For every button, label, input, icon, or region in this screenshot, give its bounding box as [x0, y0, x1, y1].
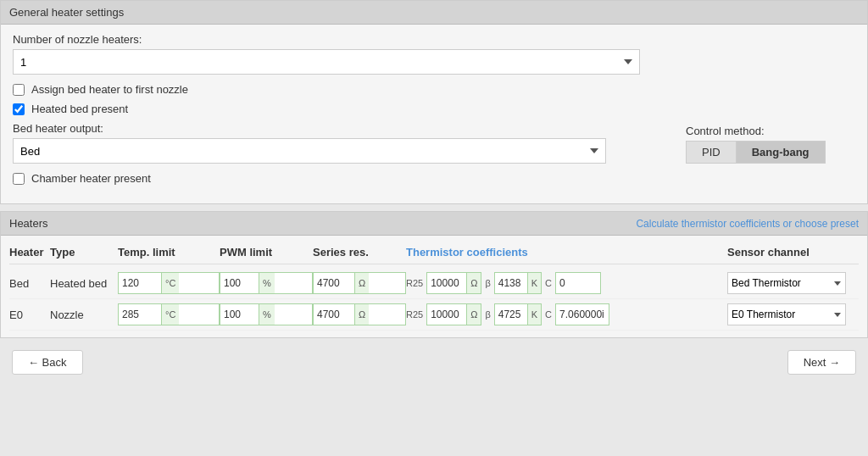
r25-unit-bed: Ω [466, 273, 481, 293]
control-method-label: Control method: [686, 125, 765, 137]
assign-bed-checkbox[interactable] [13, 84, 25, 96]
pwm-unit-bed: % [259, 273, 275, 293]
c-value-e0[interactable] [556, 307, 609, 322]
row-e0-thermistor: R25 Ω β K C [406, 303, 727, 325]
control-method-group: Control method: PID Bang-bang [686, 125, 855, 164]
bed-heater-select[interactable]: Bed E0 E1 [13, 138, 606, 164]
col-header-thermistor: Thermistor coefficients [406, 246, 727, 259]
temp-limit-input-e0[interactable]: °C [118, 303, 220, 325]
row-bed-temp: °C [118, 272, 220, 294]
row-bed-series: Ω [313, 272, 406, 294]
thermistor-group-bed: R25 Ω β K C [406, 272, 727, 294]
top-panel-header: General heater settings [1, 1, 867, 25]
r25-unit-e0: Ω [466, 304, 481, 325]
col-header-series: Series res. [313, 246, 406, 259]
row-bed-sensor: Bed Thermistor E0 Thermistor [727, 272, 859, 294]
nozzle-heaters-group: Number of nozzle heaters: 1 2 3 4 [13, 33, 855, 75]
heaters-panel-header: Heaters Calculate thermistor coefficient… [1, 212, 867, 236]
heated-bed-row: Heated bed present [13, 103, 855, 115]
thermistor-link[interactable]: Calculate thermistor coefficients or cho… [636, 218, 859, 230]
row-e0-type: Nozzle [50, 309, 118, 321]
temp-limit-value-bed[interactable] [119, 275, 161, 291]
table-header: Heater Type Temp. limit PWM limit Series… [9, 242, 859, 264]
row-e0-sensor: Bed Thermistor E0 Thermistor [727, 303, 859, 325]
bangbang-button[interactable]: Bang-bang [736, 141, 826, 164]
row-e0-heater: E0 [9, 309, 50, 321]
r25-input-e0[interactable]: Ω [426, 303, 481, 325]
pwm-limit-input-e0[interactable]: % [220, 303, 313, 325]
c-value-bed[interactable] [556, 275, 600, 291]
nozzle-heaters-select[interactable]: 1 2 3 4 [13, 49, 640, 75]
pwm-unit-e0: % [259, 304, 275, 325]
beta-unit-e0: K [527, 304, 541, 325]
c-input-e0[interactable] [555, 303, 609, 325]
row-bed-heater: Bed [9, 277, 50, 290]
col-header-heater: Heater [9, 246, 50, 259]
heaters-panel-title: Heaters [9, 217, 48, 230]
thermistor-group-e0: R25 Ω β K C [406, 303, 727, 325]
temp-unit-bed: °C [161, 273, 179, 293]
footer: ← Back Next → [0, 342, 868, 383]
col-header-pwm: PWM limit [220, 246, 313, 259]
series-unit-e0: Ω [354, 304, 369, 325]
pid-button[interactable]: PID [686, 141, 736, 164]
heated-bed-label: Heated bed present [31, 103, 128, 115]
temp-limit-value-e0[interactable] [119, 307, 161, 322]
top-panel: General heater settings Number of nozzle… [0, 0, 868, 204]
r25-value-bed[interactable] [427, 275, 466, 291]
chamber-heater-label: Chamber heater present [31, 172, 151, 185]
pwm-limit-value-bed[interactable] [220, 275, 259, 291]
series-unit-bed: Ω [354, 273, 369, 293]
table-row: Bed Heated bed °C % Ω [9, 268, 859, 299]
control-method-buttons: PID Bang-bang [686, 141, 826, 164]
series-value-e0[interactable] [314, 307, 354, 322]
r25-value-e0[interactable] [427, 307, 466, 322]
assign-bed-label: Assign bed heater to first nozzle [31, 83, 188, 96]
col-header-sensor: Sensor channel [727, 246, 859, 259]
beta-value-bed[interactable] [495, 275, 527, 291]
heaters-table: Heater Type Temp. limit PWM limit Series… [1, 236, 867, 337]
col-header-type: Type [50, 246, 118, 259]
bed-heater-output-row: Bed heater output: Bed E0 E1 Control met… [13, 122, 855, 164]
pwm-limit-value-e0[interactable] [220, 307, 259, 322]
chamber-heater-row: Chamber heater present [13, 172, 855, 185]
col-header-temp: Temp. limit [118, 246, 220, 259]
row-bed-thermistor: R25 Ω β K C [406, 272, 727, 294]
nozzle-heaters-label: Number of nozzle heaters: [13, 33, 855, 46]
temp-limit-input-bed[interactable]: °C [118, 272, 220, 294]
back-button[interactable]: ← Back [12, 350, 83, 375]
chamber-heater-checkbox[interactable] [13, 173, 25, 185]
beta-input-e0[interactable]: K [494, 303, 542, 325]
top-panel-title: General heater settings [9, 6, 124, 19]
c-input-bed[interactable] [555, 272, 601, 294]
row-e0-temp: °C [118, 303, 220, 325]
heated-bed-checkbox[interactable] [13, 103, 25, 115]
row-e0-pwm: % [220, 303, 313, 325]
table-row: E0 Nozzle °C % Ω [9, 299, 859, 331]
assign-bed-row: Assign bed heater to first nozzle [13, 83, 855, 96]
beta-unit-bed: K [527, 273, 541, 293]
series-input-e0[interactable]: Ω [313, 303, 406, 325]
next-button[interactable]: Next → [787, 350, 856, 375]
row-bed-pwm: % [220, 272, 313, 294]
row-e0-series: Ω [313, 303, 406, 325]
series-value-bed[interactable] [314, 275, 354, 291]
beta-input-bed[interactable]: K [494, 272, 542, 294]
bed-heater-output-label: Bed heater output: [13, 122, 669, 135]
series-input-bed[interactable]: Ω [313, 272, 406, 294]
heaters-panel: Heaters Calculate thermistor coefficient… [0, 211, 868, 338]
beta-value-e0[interactable] [495, 307, 527, 322]
sensor-select-bed[interactable]: Bed Thermistor E0 Thermistor [727, 272, 846, 294]
temp-unit-e0: °C [161, 304, 179, 325]
bed-heater-left: Bed heater output: Bed E0 E1 [13, 122, 669, 164]
sensor-select-e0[interactable]: Bed Thermistor E0 Thermistor [727, 303, 846, 325]
r25-input-bed[interactable]: Ω [426, 272, 481, 294]
pwm-limit-input-bed[interactable]: % [220, 272, 313, 294]
row-bed-type: Heated bed [50, 277, 118, 290]
